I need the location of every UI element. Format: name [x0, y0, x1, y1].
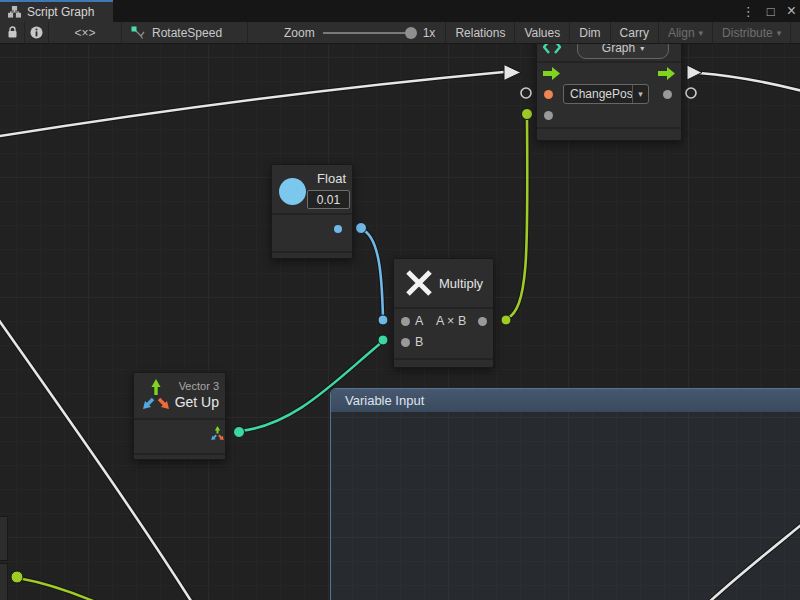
graph-tab-icon	[8, 6, 21, 18]
graph-dropdown-button[interactable]: Graph ▾	[577, 44, 669, 59]
multiply-output-label: A × B	[436, 314, 466, 328]
value-endpoint-hollow-left[interactable]	[521, 88, 531, 98]
wire-flow-out-arrow	[687, 65, 702, 80]
chevron-down-icon[interactable]: ▾	[632, 85, 648, 103]
toolbar-button-overview[interactable]: Overview	[791, 22, 800, 43]
code-view-button[interactable]: <×>	[49, 22, 122, 43]
changepos-dropdown[interactable]: ChangePos ▾	[563, 84, 649, 104]
zoom-value: 1x	[423, 26, 436, 40]
vector3-icon	[141, 378, 171, 412]
wire-flow-in-arrow	[504, 65, 521, 81]
wire-float-to-multiply[interactable]	[361, 229, 383, 318]
wire-green-bottom-left[interactable]	[18, 578, 98, 600]
float-value-field[interactable]: 0.01	[307, 190, 350, 209]
multiply-a-port[interactable]	[401, 317, 410, 326]
float-node-title: Float	[317, 171, 346, 186]
wire-endpoint-multiply-b[interactable]	[378, 335, 388, 345]
toolbar-button-relations[interactable]: Relations	[446, 22, 515, 43]
vector3-type-label: Vector 3	[179, 380, 219, 392]
close-icon[interactable]: ×	[787, 3, 796, 19]
event-value-output-port[interactable]	[663, 90, 672, 99]
zoom-control: Zoom 1x	[248, 22, 446, 43]
title-strip: Script Graph ⋮ □ ×	[0, 0, 800, 22]
vector3-get-up-node[interactable]: Vector 3 Get Up	[133, 372, 226, 460]
toolbar-button-distribute[interactable]: Distribute ▾	[713, 22, 791, 43]
vector3-output-port[interactable]	[210, 426, 225, 441]
wire-endpoint-float[interactable]	[356, 223, 367, 234]
multiply-output-port[interactable]	[478, 317, 487, 326]
float-output-port[interactable]	[334, 225, 342, 233]
lock-icon	[7, 26, 18, 39]
toolbar-button-align[interactable]: Align ▾	[659, 22, 713, 43]
offscreen-node-header[interactable]	[0, 516, 8, 561]
info-icon	[30, 26, 43, 39]
chevron-down-icon: ▾	[699, 28, 704, 38]
vector3-node-title: Get Up	[175, 394, 219, 410]
multiply-node-title: Multiply	[439, 276, 483, 291]
wire-endpoint-vector[interactable]	[234, 427, 245, 438]
event-second-input-port[interactable]	[544, 111, 553, 120]
wire-endpoint-event-in[interactable]	[522, 109, 533, 120]
zoom-slider[interactable]	[323, 32, 415, 34]
wire-endpoint-multiply-out[interactable]	[501, 315, 511, 325]
graph-name-segment[interactable]: RotateSpeed	[122, 22, 248, 43]
float-node[interactable]: Float 0.01	[271, 164, 353, 259]
graph-toolbar: <×> RotateSpeed Zoom 1x Relations Values…	[0, 22, 800, 44]
graph-chevrons-icon	[543, 44, 561, 55]
multiply-b-label: B	[415, 335, 423, 349]
chevron-down-icon: ▾	[640, 44, 644, 53]
toolbar-button-carry[interactable]: Carry	[611, 22, 659, 43]
toolbar-button-dim[interactable]: Dim	[570, 22, 610, 43]
info-button[interactable]	[25, 22, 49, 43]
wire-endpoint-bottom-left[interactable]	[11, 571, 23, 583]
graph-canvas[interactable]: Variable Input	[0, 44, 800, 600]
zoom-slider-handle[interactable]	[405, 27, 417, 39]
flow-input-port[interactable]	[543, 67, 560, 80]
window-controls: ⋮ □ ×	[742, 0, 796, 22]
multiply-node[interactable]: Multiply A A × B B	[393, 258, 494, 368]
tab-title: Script Graph	[27, 5, 94, 19]
graph-name-label: RotateSpeed	[152, 26, 222, 40]
multiply-b-port[interactable]	[401, 338, 410, 347]
wire-flow-out[interactable]	[699, 73, 800, 92]
multiply-a-label: A	[415, 314, 423, 328]
zoom-label: Zoom	[284, 26, 315, 40]
event-value-input-port[interactable]	[544, 90, 553, 99]
variable-input-group-header[interactable]: Variable Input	[331, 389, 800, 412]
tab-script-graph[interactable]: Script Graph	[0, 0, 113, 22]
wire-multiply-to-event[interactable]	[506, 118, 527, 319]
wire-flow-in[interactable]	[0, 72, 504, 137]
event-node[interactable]: Graph ▾ ChangePos ▾	[536, 44, 682, 141]
chevron-down-icon: ▾	[777, 28, 782, 38]
flow-output-port[interactable]	[658, 67, 675, 80]
multiply-icon	[405, 269, 433, 297]
window-menu-icon[interactable]: ⋮	[742, 5, 755, 18]
group-title: Variable Input	[345, 393, 424, 408]
offscreen-node-body[interactable]	[0, 563, 8, 600]
rotatespeed-graph-icon	[131, 26, 145, 39]
maximize-icon[interactable]: □	[767, 5, 775, 18]
wire-endpoint-multiply-a[interactable]	[378, 315, 388, 325]
toolbar-button-values[interactable]: Values	[515, 22, 570, 43]
lock-button[interactable]	[0, 22, 25, 43]
value-endpoint-hollow-right[interactable]	[686, 88, 696, 98]
variable-input-group[interactable]: Variable Input	[330, 388, 800, 600]
float-type-icon	[279, 178, 306, 205]
